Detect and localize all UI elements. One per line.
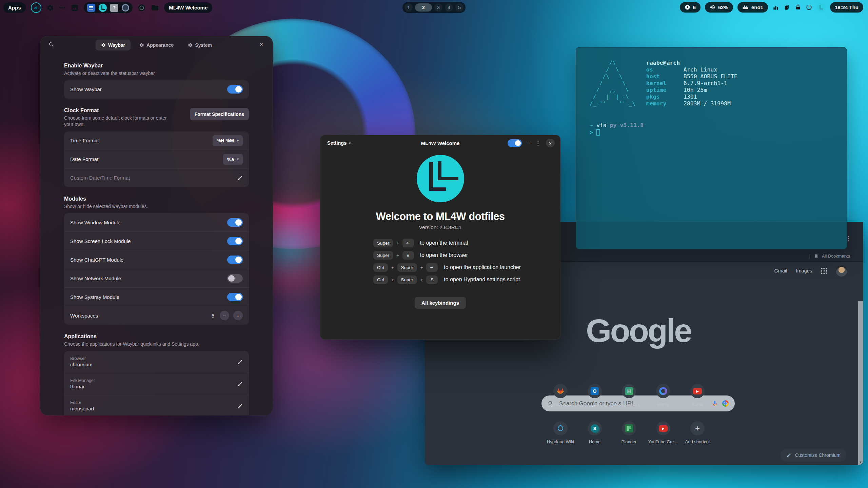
waybar-app-icon[interactable] — [87, 4, 95, 12]
prompt-env: py v3.11.8 — [610, 122, 644, 128]
chatgpt-module-toggle[interactable] — [227, 256, 243, 264]
network-module-toggle[interactable] — [227, 274, 243, 283]
decrease-workspaces-button[interactable]: − — [220, 311, 229, 320]
menu-dots-icon[interactable]: ⋮ — [535, 140, 541, 147]
ai-icon[interactable]: ai — [31, 2, 41, 13]
workspace-5[interactable]: 5 — [455, 3, 463, 12]
keycap: B — [402, 251, 414, 260]
chevron-down-icon: ▾ — [237, 139, 239, 142]
waybar: Apps ai ••• ? ML4W Welcome 1 2 3 4 5 6 6… — [0, 0, 868, 15]
workspace-1[interactable]: 1 — [405, 3, 413, 12]
shortcut-mail[interactable]: O Mail — [578, 384, 612, 407]
workspace-3[interactable]: 3 — [434, 3, 442, 12]
help-file-icon[interactable]: ? — [110, 4, 118, 12]
active-window-title[interactable]: ML4W Welcome — [164, 2, 212, 13]
bookmarks-divider: | — [809, 253, 810, 259]
images-link[interactable]: Images — [796, 268, 812, 273]
stats-icon[interactable] — [772, 4, 779, 11]
avatar[interactable] — [836, 265, 847, 277]
keycap-enter: ↵ — [402, 239, 414, 247]
time-format-row: Time Format %H:%M▾ — [64, 131, 249, 150]
welcome-header: Settings ▾ ML4W Welcome – ⋮ × — [320, 135, 560, 151]
screenlock-module-toggle[interactable] — [227, 237, 243, 245]
gmail-link[interactable]: Gmail — [774, 268, 787, 273]
window-module-toggle[interactable] — [227, 218, 243, 227]
section-subtitle: Choose from some default clock formats o… — [64, 115, 176, 128]
settings-menu-button[interactable]: Settings ▾ — [327, 140, 351, 146]
autostart-toggle[interactable] — [508, 139, 522, 147]
tab-system[interactable]: System — [182, 40, 217, 50]
power-icon[interactable] — [806, 4, 812, 11]
terminal-window[interactable]: /\ / \ /\ \ / \ / ,, \ / | | -\ /_-'' ''… — [576, 47, 847, 249]
shortcut-stephan[interactable]: Stephan Raa… — [544, 384, 577, 407]
shortcut-hyprland-wiki[interactable]: Hyprland Wiki — [544, 421, 577, 444]
gear-icon — [101, 43, 106, 47]
row-label: Show Window Module — [70, 220, 227, 225]
section-subtitle: Choose the applications for Waybar quick… — [64, 341, 249, 348]
pencil-icon[interactable] — [237, 403, 243, 409]
wallpaper-icon[interactable] — [71, 4, 79, 12]
loop-icon — [659, 387, 667, 395]
app-row-value: mousepad — [70, 406, 237, 411]
settings-header: Waybar Appearance System × — [40, 36, 273, 54]
google-apps-icon[interactable] — [821, 268, 827, 274]
apps-button[interactable]: Apps — [3, 2, 26, 13]
lock-icon[interactable] — [795, 4, 801, 11]
section-title: Applications — [64, 333, 249, 340]
app-row-value: thunar — [70, 384, 237, 389]
ml4w-clock-icon[interactable] — [817, 3, 826, 12]
updates-indicator[interactable]: 6 — [680, 2, 701, 13]
google-lens-icon[interactable] — [722, 400, 729, 407]
minimize-icon[interactable]: – — [527, 140, 530, 146]
folder-icon[interactable] — [151, 4, 159, 12]
gitlab-icon — [556, 387, 565, 395]
updates-icon — [685, 4, 690, 10]
shortcut-planner[interactable]: Planner — [612, 421, 646, 444]
shortcut-kanal[interactable]: ▶ Kanal — [680, 384, 714, 407]
pencil-icon[interactable] — [237, 175, 243, 181]
more-options-icon[interactable]: ••• — [59, 5, 66, 11]
shortcut-home1[interactable]: Home — [646, 384, 680, 407]
section-title: Clock Format — [64, 107, 176, 114]
format-specifications-button[interactable]: Format Specifications — [190, 108, 249, 120]
systray-module-toggle[interactable] — [227, 293, 243, 301]
workspaces-count: 5 — [212, 313, 214, 319]
customize-chromium-button[interactable]: Customize Chromium — [780, 449, 847, 462]
volume-indicator[interactable]: 62% — [705, 2, 733, 13]
network-indicator[interactable]: eno1 — [737, 2, 768, 13]
chevron-down-icon: ▾ — [349, 141, 351, 145]
tab-waybar[interactable]: Waybar — [96, 40, 131, 50]
chromium-icon[interactable] — [138, 4, 146, 12]
shortcut-webmailer[interactable]: H Webmailer Lo… — [612, 384, 646, 407]
search-icon[interactable] — [48, 42, 54, 47]
customize-chromium-label: Customize Chromium — [795, 452, 841, 458]
pencil-icon[interactable] — [237, 381, 243, 387]
clock[interactable]: 18:24 Thu — [830, 2, 863, 13]
circle-app-icon[interactable] — [122, 4, 129, 12]
shortcut-home2[interactable]: S Home — [578, 421, 612, 444]
workspace-2[interactable]: 2 — [415, 3, 432, 12]
all-bookmarks-label[interactable]: All Bookmarks — [822, 253, 850, 259]
date-format-dropdown[interactable]: %a▾ — [223, 154, 243, 165]
tab-appearance[interactable]: Appearance — [134, 40, 179, 50]
shortcut-youtube-creator[interactable]: ▶ YouTube Cre… — [646, 421, 680, 444]
all-keybindings-button[interactable]: All keybindings — [415, 297, 466, 309]
add-shortcut-button[interactable]: + Add shortcut — [680, 421, 714, 444]
close-icon[interactable]: × — [546, 139, 555, 147]
keybinding-desc: to open the terminal — [420, 240, 468, 246]
show-waybar-toggle[interactable] — [227, 85, 243, 94]
ml4w-app-icon[interactable] — [99, 4, 107, 12]
increase-workspaces-button[interactable]: + — [233, 311, 243, 320]
fetch-value: 10h 25m — [684, 87, 707, 94]
workspace-4[interactable]: 4 — [445, 3, 453, 12]
clipboard-icon[interactable] — [784, 4, 790, 11]
section-title: Enable Waybar — [64, 63, 249, 69]
prompt-via: via — [596, 122, 607, 128]
pencil-icon[interactable] — [237, 359, 243, 365]
keycap: Super — [373, 239, 393, 247]
time-format-dropdown[interactable]: %H:%M▾ — [213, 135, 243, 146]
gear-icon[interactable] — [46, 4, 54, 12]
section-subtitle: Show or hide selected waybar modules. — [64, 203, 249, 210]
scrollbar[interactable]: ▼ — [858, 301, 863, 465]
close-icon[interactable]: × — [257, 40, 266, 49]
